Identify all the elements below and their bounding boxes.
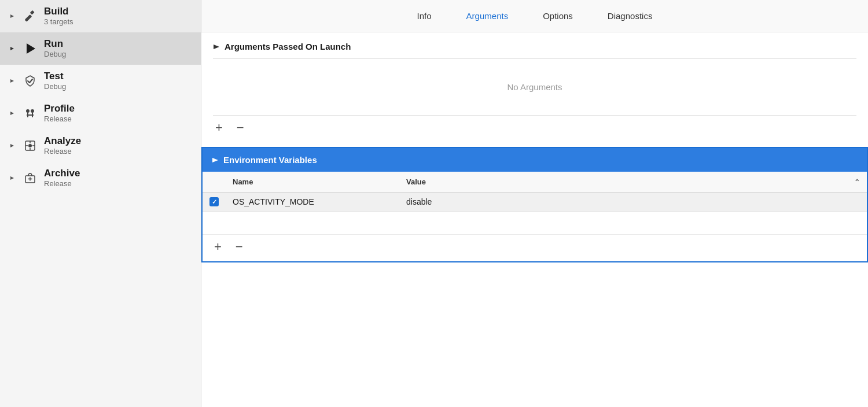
table-row[interactable]: OS_ACTIVITY_MODE disable [203, 193, 867, 212]
analyze-arrow[interactable] [8, 142, 16, 150]
analyze-title: Analyze [44, 135, 81, 147]
env-remove-button[interactable]: − [233, 239, 245, 254]
svg-marker-25 [212, 158, 218, 162]
profile-icon [22, 105, 38, 121]
sidebar-item-build[interactable]: Build 3 targets [0, 0, 201, 32]
archive-arrow[interactable] [8, 174, 16, 182]
run-text: Run Debug [44, 38, 66, 59]
svg-marker-5 [27, 43, 35, 54]
sidebar-item-run[interactable]: Run Debug [0, 32, 201, 65]
tab-options[interactable]: Options [543, 9, 573, 23]
env-header-checkbox-col [203, 175, 226, 188]
main-content: Info Arguments Options Diagnostics Argum… [201, 0, 868, 407]
env-row-checkbox[interactable] [203, 193, 226, 211]
sidebar-item-test[interactable]: Test Debug [0, 65, 201, 97]
content-area: Arguments Passed On Launch No Arguments … [201, 32, 868, 407]
env-collapse-icon[interactable] [212, 157, 219, 164]
profile-text: Profile Release [44, 103, 75, 124]
sidebar-item-archive[interactable]: Archive Release [0, 162, 201, 194]
env-add-button[interactable]: + [212, 239, 224, 254]
profile-title: Profile [44, 103, 75, 114]
sidebar: Build 3 targets Run Debug [0, 0, 201, 407]
svg-marker-20 [10, 176, 14, 180]
tab-arguments[interactable]: Arguments [466, 9, 509, 23]
profile-arrow[interactable] [8, 109, 16, 117]
test-arrow[interactable] [8, 77, 16, 85]
arguments-section-header: Arguments Passed On Launch [201, 32, 868, 58]
svg-point-15 [28, 144, 32, 147]
arguments-remove-button[interactable]: − [234, 120, 247, 135]
env-section-title: Environment Variables [223, 155, 317, 165]
svg-marker-4 [10, 47, 14, 50]
env-section: Environment Variables Name Value ⌃ [201, 147, 868, 262]
tab-bar: Info Arguments Options Diagnostics [201, 0, 868, 32]
svg-marker-0 [10, 14, 14, 18]
build-subtitle: 3 targets [44, 17, 73, 27]
test-text: Test Debug [44, 71, 66, 91]
tab-info[interactable]: Info [417, 9, 432, 23]
archive-icon [22, 170, 38, 186]
run-arrow[interactable] [8, 45, 16, 53]
profile-subtitle: Release [44, 114, 75, 124]
env-footer: + − [203, 235, 867, 261]
sort-chevron-icon[interactable]: ⌃ [854, 178, 860, 186]
run-subtitle: Debug [44, 50, 66, 59]
test-title: Test [44, 71, 66, 82]
arguments-collapse-icon[interactable] [213, 43, 220, 50]
svg-marker-24 [214, 45, 219, 49]
arguments-section-title: Arguments Passed On Launch [225, 42, 351, 51]
env-header-value-col: Value ⌃ [399, 175, 867, 188]
tab-diagnostics[interactable]: Diagnostics [608, 9, 653, 23]
arguments-section: Arguments Passed On Launch No Arguments … [201, 32, 868, 142]
hammer-icon [22, 8, 38, 24]
sidebar-item-analyze[interactable]: Analyze Release [0, 130, 201, 162]
env-header-name-col[interactable]: Name [226, 175, 399, 188]
env-table-header: Name Value ⌃ [203, 172, 867, 193]
checkbox-checked-icon[interactable] [209, 197, 219, 206]
app-container: Build 3 targets Run Debug [0, 0, 868, 407]
env-row-name: OS_ACTIVITY_MODE [226, 193, 399, 211]
archive-subtitle: Release [44, 179, 80, 188]
test-subtitle: Debug [44, 82, 66, 91]
svg-marker-6 [10, 79, 14, 83]
arguments-footer: + − [201, 116, 868, 142]
no-arguments-label: No Arguments [201, 59, 868, 115]
arguments-add-button[interactable]: + [213, 120, 225, 135]
svg-rect-2 [30, 10, 35, 15]
env-row-value: disable [399, 193, 867, 211]
analyze-subtitle: Release [44, 147, 81, 156]
sidebar-item-profile[interactable]: Profile Release [0, 97, 201, 130]
svg-marker-13 [10, 144, 14, 147]
build-text: Build 3 targets [44, 6, 73, 27]
build-arrow[interactable] [8, 12, 16, 20]
env-empty-row [203, 212, 867, 235]
run-icon [22, 40, 38, 57]
test-icon [22, 73, 38, 89]
archive-text: Archive Release [44, 168, 80, 188]
build-title: Build [44, 6, 73, 17]
run-title: Run [44, 38, 66, 50]
env-section-header: Environment Variables [203, 148, 867, 172]
analyze-icon [22, 138, 38, 154]
svg-marker-7 [10, 112, 14, 115]
analyze-text: Analyze Release [44, 135, 81, 156]
archive-title: Archive [44, 168, 80, 179]
